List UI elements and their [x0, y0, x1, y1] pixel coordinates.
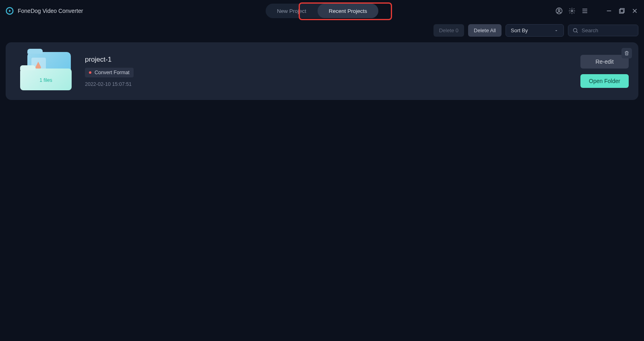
brand: FoneDog Video Converter [6, 7, 83, 15]
app-logo-icon [6, 7, 14, 15]
menu-icon[interactable] [581, 7, 588, 15]
tab-new-project[interactable]: New Project [266, 4, 318, 18]
minimize-icon[interactable] [605, 7, 613, 15]
sort-by-label: Sort By [511, 27, 528, 33]
sort-by-dropdown[interactable]: Sort By [506, 24, 564, 37]
delete-all-button[interactable]: Delete All [468, 24, 502, 37]
svg-point-6 [574, 29, 577, 32]
status-dot-icon [89, 71, 91, 74]
delete-project-button[interactable] [621, 48, 632, 58]
main-tabs: New Project Recent Projects [266, 4, 378, 18]
window-controls [555, 7, 638, 15]
maximize-icon[interactable] [618, 7, 625, 15]
search-input[interactable] [582, 27, 634, 33]
project-thumbnail: 1 files [20, 52, 74, 90]
project-title: project-1 [85, 56, 134, 64]
thumb-file-count: 1 files [39, 77, 52, 83]
gear-icon[interactable] [568, 7, 576, 15]
app-title: FoneDog Video Converter [18, 8, 83, 14]
titlebar: FoneDog Video Converter New Project Rece… [0, 0, 644, 22]
trash-icon [624, 50, 630, 56]
search-icon [572, 27, 578, 33]
chevron-down-icon [554, 28, 559, 33]
project-info: project-1 Convert Format 2022-02-10 15:0… [85, 56, 134, 87]
svg-rect-4 [620, 8, 624, 12]
svg-point-2 [558, 9, 560, 11]
project-card: 1 files project-1 Convert Format 2022-02… [6, 42, 638, 100]
project-badge-label: Convert Format [95, 70, 130, 75]
project-badge: Convert Format [85, 68, 134, 77]
search-box[interactable] [568, 25, 638, 36]
account-icon[interactable] [555, 7, 563, 15]
svg-point-3 [571, 10, 573, 12]
project-actions: Re-edit Open Folder [580, 55, 629, 88]
content-area: 1 files project-1 Convert Format 2022-02… [0, 38, 644, 341]
tab-recent-projects[interactable]: Recent Projects [318, 4, 378, 18]
svg-rect-5 [619, 9, 623, 13]
delete-selected-button[interactable]: Delete 0 [433, 24, 464, 37]
close-icon[interactable] [631, 7, 638, 15]
open-folder-button[interactable]: Open Folder [580, 74, 629, 88]
toolbar: Delete 0 Delete All Sort By [0, 22, 644, 38]
project-timestamp: 2022-02-10 15:07:51 [85, 81, 134, 87]
